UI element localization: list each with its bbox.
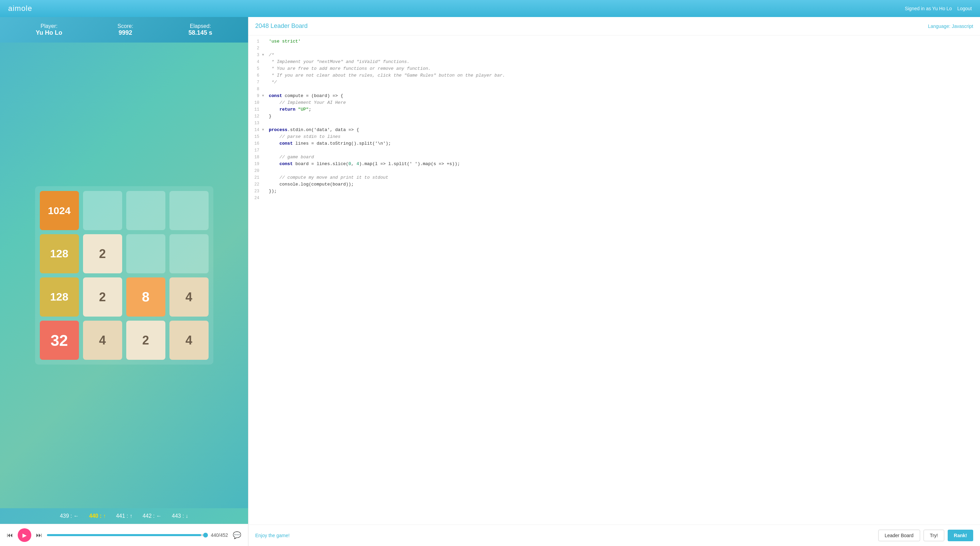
brand-logo: aimole <box>8 4 32 13</box>
line-content-21: // compute my move and print it to stdou… <box>267 174 980 181</box>
line-content-7: */ <box>267 79 980 86</box>
tile-2-0: 128 <box>40 277 79 317</box>
fast-forward-button[interactable]: ⏭ <box>36 532 42 539</box>
game-header: Player: Yu Ho Lo Score: 9992 Elapsed: 58… <box>0 17 248 43</box>
line-content-19: const board = lines.slice(0, 4).map(l =>… <box>267 161 980 167</box>
line-number-18: 18 <box>248 154 262 161</box>
tile-0-0: 1024 <box>40 191 79 230</box>
line-content-10: // Implement Your AI Here <box>267 99 980 106</box>
line-number-10: 10 <box>248 99 262 106</box>
elapsed-label: Elapsed: <box>189 23 212 29</box>
line-fold-14: ▼ <box>262 127 267 134</box>
line-number-11: 11 <box>248 106 262 113</box>
line-number-13: 13 <box>248 120 262 127</box>
tile-0-3 <box>169 191 208 230</box>
rewind-button[interactable]: ⏮ <box>7 532 13 539</box>
elapsed-stat: Elapsed: 58.145 s <box>189 23 212 37</box>
line-number-5: 5 <box>248 65 262 72</box>
score-stat: Score: 9992 <box>118 23 133 37</box>
line-content-15: // parse stdin to lines <box>267 134 980 140</box>
tile-2-2: 8 <box>126 277 165 317</box>
code-line-3: 3▼/* <box>248 52 980 59</box>
try-button[interactable]: Try! <box>924 530 945 541</box>
line-number-15: 15 <box>248 134 262 140</box>
tile-3-0: 32 <box>40 321 79 360</box>
play-button[interactable]: ▶ <box>18 528 31 542</box>
move-item-441: 441 : ↑ <box>116 513 132 519</box>
line-content-22: console.log(compute(board)); <box>267 181 980 188</box>
code-line-16: 16 const lines = data.toString().split('… <box>248 140 980 147</box>
player-label: Player: <box>36 23 62 29</box>
tile-2-1: 2 <box>83 277 122 317</box>
line-number-14: 14 <box>248 127 262 134</box>
line-content-12: } <box>267 113 980 120</box>
line-content-9: const compute = (board) => { <box>267 92 980 99</box>
line-number-9: 9 <box>248 92 262 99</box>
board-grid: 1024128212828432424 <box>35 186 213 365</box>
line-number-17: 17 <box>248 147 262 154</box>
code-line-23: 23 }); <box>248 188 980 195</box>
player-stat: Player: Yu Ho Lo <box>36 23 62 37</box>
move-item-443: 443 : ↓ <box>172 513 188 519</box>
code-line-14: 14▼process.stdin.on('data', data => { <box>248 127 980 134</box>
line-number-4: 4 <box>248 59 262 65</box>
line-number-19: 19 <box>248 161 262 167</box>
code-line-1: 1 'use strict' <box>248 38 980 45</box>
tile-1-0: 128 <box>40 234 79 273</box>
player-name: Yu Ho Lo <box>36 29 62 37</box>
score-value: 9992 <box>118 29 133 37</box>
leaderboard-button[interactable]: Leader Board <box>878 530 920 541</box>
move-item-439: 439 : ← <box>60 513 79 519</box>
line-number-23: 23 <box>248 188 262 195</box>
rank-button[interactable]: Rank! <box>948 530 973 541</box>
move-item-442: 442 : ← <box>143 513 162 519</box>
code-line-15: 15 // parse stdin to lines <box>248 134 980 140</box>
navbar: aimole Signed in as Yu Ho Lo Logout <box>0 0 980 17</box>
code-line-18: 18 // game board <box>248 154 980 161</box>
line-content-14: process.stdin.on('data', data => { <box>267 127 980 134</box>
code-editor[interactable]: 1 'use strict'2 3▼/*4 * Implement your "… <box>248 35 980 525</box>
enjoy-text: Enjoy the game! <box>255 533 290 538</box>
line-fold-3: ▼ <box>262 52 267 59</box>
line-number-8: 8 <box>248 86 262 92</box>
tile-0-1 <box>83 191 122 230</box>
line-number-6: 6 <box>248 72 262 79</box>
line-fold-9: ▼ <box>262 92 267 99</box>
tile-3-2: 2 <box>126 321 165 360</box>
line-number-3: 3 <box>248 52 262 59</box>
footer-buttons: Leader Board Try! Rank! <box>878 530 973 541</box>
code-line-5: 5 * You are free to add more functions o… <box>248 65 980 72</box>
line-number-16: 16 <box>248 140 262 147</box>
tile-1-3 <box>169 234 208 273</box>
tile-0-2 <box>126 191 165 230</box>
line-number-21: 21 <box>248 174 262 181</box>
code-panel: 2048 Leader Board Language: Javascript 1… <box>248 17 980 546</box>
line-content-18: // game board <box>267 154 980 161</box>
code-line-24: 24 <box>248 195 980 202</box>
code-line-19: 19 const board = lines.slice(0, 4).map(l… <box>248 161 980 167</box>
main-layout: Player: Yu Ho Lo Score: 9992 Elapsed: 58… <box>0 17 980 546</box>
logout-link[interactable]: Logout <box>957 6 972 11</box>
line-content-1: 'use strict' <box>267 38 980 45</box>
code-line-6: 6 * If you are not clear about the rules… <box>248 72 980 79</box>
code-line-7: 7 */ <box>248 79 980 86</box>
code-line-4: 4 * Implement your "nextMove" and "isVal… <box>248 59 980 65</box>
code-language: Language: Javascript <box>928 24 973 29</box>
progress-label: 440/452 <box>211 532 228 538</box>
code-line-13: 13 <box>248 120 980 127</box>
code-line-8: 8 <box>248 86 980 92</box>
line-number-12: 12 <box>248 113 262 120</box>
tile-3-1: 4 <box>83 321 122 360</box>
code-header: 2048 Leader Board Language: Javascript <box>248 17 980 35</box>
line-number-7: 7 <box>248 79 262 86</box>
game-panel: Player: Yu Ho Lo Score: 9992 Elapsed: 58… <box>0 17 248 546</box>
line-content-5: * You are free to add more functions or … <box>267 65 980 72</box>
code-line-9: 9▼const compute = (board) => { <box>248 92 980 99</box>
line-number-24: 24 <box>248 195 262 202</box>
game-board-area: 1024128212828432424 <box>0 43 248 508</box>
line-number-1: 1 <box>248 38 262 45</box>
navbar-right: Signed in as Yu Ho Lo Logout <box>905 6 972 11</box>
code-title: 2048 Leader Board <box>255 22 308 30</box>
progress-bar[interactable] <box>47 534 206 536</box>
chat-icon[interactable]: 💬 <box>233 531 241 539</box>
